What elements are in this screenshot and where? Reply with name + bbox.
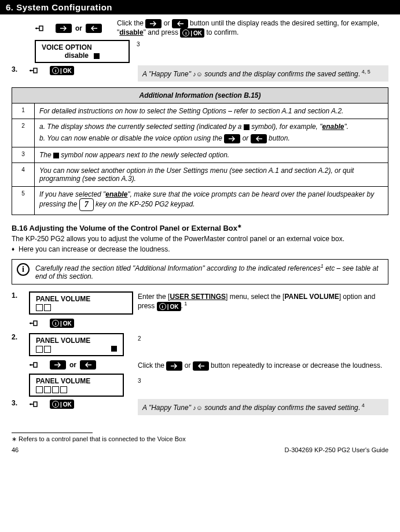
step-number: 3. — [12, 399, 24, 407]
doc-title: D-304269 KP-250 PG2 User's Guide — [285, 446, 388, 453]
info-ok-button-icon: i|OK — [50, 66, 74, 75]
table-row: You can now select another option in the… — [35, 163, 388, 187]
info-ok-button-icon: i|OK — [50, 400, 74, 409]
step-number: 1. — [12, 291, 24, 300]
arrow-left-icon — [86, 24, 102, 33]
table-row: If you have selected "enable", make sure… — [35, 187, 388, 215]
or-label: or — [75, 24, 82, 32]
svg-point-3 — [30, 364, 32, 366]
filled-square-icon — [111, 346, 117, 352]
footnote-ref-3: 3 — [137, 40, 388, 47]
volume-step-3: 3. i|OK A "Happy Tune" ♪☺ sounds and the… — [12, 399, 388, 415]
filled-square-icon — [244, 124, 249, 130]
filled-square-icon — [53, 153, 59, 158]
table-row-num: 3 — [12, 147, 35, 163]
pointer-hand-icon — [29, 399, 44, 409]
table-row-num: 1 — [12, 104, 35, 119]
confirmation-message: A "Happy Tune" ♪☺ sounds and the display… — [138, 65, 388, 82]
voice-instruction-text: Click the or button until the display re… — [117, 19, 388, 38]
info-ok-button-icon: i|OK — [157, 302, 181, 311]
note-box: i Carefully read the section titled "Add… — [12, 259, 388, 285]
filled-square-icon — [94, 53, 100, 59]
music-note-icon: ♪☺ — [193, 71, 203, 77]
empty-square-icon — [44, 346, 51, 353]
empty-square-icon — [36, 304, 43, 311]
chapter-header: 6. System Configuration — [0, 0, 400, 14]
info-circle-icon: i — [17, 263, 30, 276]
page-footer: 46 D-304269 KP-250 PG2 User's Guide — [12, 446, 388, 453]
volume-step-1: 1. PANEL VOLUME i|OK Enter the [USER SET… — [12, 291, 388, 331]
arrow-right-icon — [145, 19, 162, 28]
svg-point-0 — [36, 28, 38, 29]
step-instruction: Enter the [USER SETTINGS] menu, select t… — [138, 291, 388, 311]
table-row: For detailed instructions on how to sele… — [35, 104, 388, 119]
arrow-right-icon — [166, 361, 182, 371]
svg-point-4 — [30, 404, 32, 405]
footnote-ref-3: 3 — [138, 376, 388, 384]
pointer-hand-icon — [29, 65, 44, 76]
empty-square-icon — [44, 386, 51, 393]
arrow-right-icon — [56, 24, 72, 33]
svg-point-2 — [30, 323, 32, 324]
pointer-hand-icon — [29, 360, 44, 370]
voice-step-3: 3. i|OK A "Happy Tune" ♪☺ sounds and the… — [12, 65, 388, 82]
lcd-display: PANEL VOLUME — [29, 374, 124, 397]
empty-square-icon — [36, 346, 43, 353]
arrow-left-icon — [193, 361, 209, 371]
footnote-separator — [12, 433, 93, 433]
svg-point-1 — [30, 70, 32, 72]
arrow-right-icon — [50, 360, 66, 370]
info-ok-button-icon: i|OK — [180, 28, 204, 38]
or-label: or — [69, 361, 76, 369]
diamond-bullet-icon: ♦ — [12, 246, 14, 252]
paragraph: The KP-250 PG2 allows you to adjust the … — [12, 235, 388, 243]
table-row: a. The display shows the currently selec… — [35, 119, 388, 147]
bullet-item: ♦ Here you can increase or decrease the … — [12, 245, 388, 253]
lcd-display: VOICE OPTION disable — [35, 40, 130, 63]
lcd-display: PANEL VOLUME — [29, 291, 133, 315]
pointer-hand-icon — [29, 318, 44, 328]
empty-square-icon — [44, 304, 51, 311]
key-7-icon: 7 — [79, 198, 94, 211]
music-note-icon: ♪☺ — [193, 404, 203, 411]
section-heading-b16: B.16 Adjusting the Volume of the Control… — [12, 223, 388, 232]
arrow-left-icon — [80, 360, 96, 370]
arrow-left-icon — [172, 19, 188, 28]
empty-square-icon — [36, 386, 43, 393]
arrow-right-icon — [224, 134, 240, 143]
arrow-left-icon — [251, 134, 267, 143]
table-row-num: 5 — [12, 187, 35, 215]
table-row-num: 4 — [12, 163, 35, 187]
page-number: 46 — [12, 446, 19, 453]
lcd-display: PANEL VOLUME — [29, 333, 124, 356]
pointer-hand-icon — [35, 23, 50, 34]
voice-option-lcd-row: VOICE OPTION disable 3 — [35, 40, 388, 63]
empty-square-icon — [60, 386, 67, 393]
step-number: 2. — [12, 333, 24, 341]
table-heading: Additional Information (section B.15) — [12, 88, 388, 104]
volume-step-2: 2. PANEL VOLUME or PANEL VOLUME — [12, 333, 388, 397]
step-instruction: Click the or button repeatedly to increa… — [138, 361, 388, 371]
table-row: The symbol now appears next to the newly… — [35, 147, 388, 163]
footnote-ref-2: 2 — [138, 334, 388, 342]
table-row-num: 2 — [12, 119, 35, 147]
empty-square-icon — [52, 386, 59, 393]
step-number: 3. — [12, 65, 24, 73]
info-ok-button-icon: i|OK — [50, 319, 74, 328]
additional-info-table: Additional Information (section B.15) 1 … — [12, 87, 388, 215]
confirmation-message: A "Happy Tune" ♪☺ sounds and the display… — [138, 399, 388, 415]
footnote-text: ∗ Refers to a control panel that is conn… — [12, 435, 388, 443]
voice-option-instruction-row: or Click the or button until the display… — [12, 19, 388, 38]
